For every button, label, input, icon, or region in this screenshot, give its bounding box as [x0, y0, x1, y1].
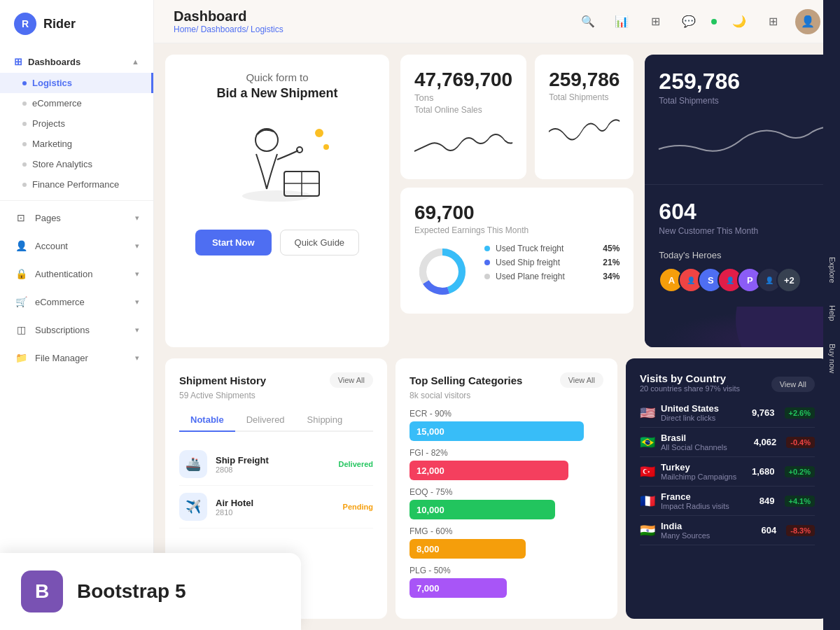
dot-icon — [22, 142, 27, 146]
country-flag: 🇫🇷 — [640, 493, 655, 509]
country-change: -0.4% — [786, 437, 815, 448]
filemanager-icon: 📁 — [14, 351, 28, 365]
country-visits: 1,680 — [752, 466, 775, 477]
sidebar-item-subscriptions[interactable]: ◫ Subscriptions ▾ — [0, 316, 153, 344]
heroes-label: Today's Heroes — [659, 250, 834, 260]
chart-icon[interactable]: 📊 — [610, 10, 633, 33]
search-icon[interactable]: 🔍 — [577, 10, 599, 33]
logo-name: Rider — [43, 17, 76, 31]
country-sub: Impact Radius visits — [661, 502, 754, 510]
category-bar: 10,000 — [410, 500, 555, 519]
svg-point-7 — [323, 144, 329, 150]
hero-avatar-more: +2 — [776, 267, 802, 293]
breadcrumb: Home/ Dashboards/ Logistics — [174, 24, 284, 34]
tab-notable[interactable]: Notable — [179, 409, 235, 432]
right-shipments-number: 259,786 — [659, 69, 834, 94]
country-change: +2.6% — [785, 407, 816, 419]
tab-shipping[interactable]: Shipping — [296, 409, 354, 432]
customers-stat: 604 New Customer This Month — [645, 185, 840, 250]
ship-id-1: 2808 — [216, 465, 330, 474]
top-selling-subtitle: 8k social visitors — [410, 391, 603, 400]
ship-name-2: Air Hotel — [216, 498, 335, 508]
top-selling-title: Top Selling Categories — [410, 374, 522, 386]
earnings-card: 69,700 Expected Earnings This Month — [400, 188, 634, 314]
ship-status-1: Delivered — [338, 460, 373, 468]
side-tab-buynow[interactable]: Buy now — [824, 332, 839, 384]
sidebar-item-finance-performance[interactable]: Finance Performance — [0, 174, 153, 195]
dot-icon — [22, 122, 27, 126]
category-row: ECR - 90% 15,000 — [410, 409, 603, 441]
category-label: FGI - 82% — [410, 448, 603, 458]
sidebar-item-filemanager[interactable]: 📁 File Manager ▾ — [0, 344, 153, 372]
country-row: 🇮🇳 India Many Sources 604 -8.3% — [640, 516, 815, 545]
visits-subtitle: 20 countries share 97% visits — [640, 384, 740, 393]
country-visits: 849 — [760, 496, 775, 506]
logo[interactable]: R Rider — [0, 0, 153, 48]
ship-freight-icon: 🚢 — [179, 450, 207, 478]
country-sub: Mailchimp Campaigns — [661, 472, 746, 481]
chevron-down-icon: ▾ — [135, 354, 139, 363]
sidebar-item-pages[interactable]: ⊡ Pages ▾ — [0, 204, 153, 232]
sidebar-item-account[interactable]: 👤 Account ▾ — [0, 232, 153, 260]
grid-icon[interactable]: ⊞ — [644, 10, 666, 33]
sidebar-item-logistics[interactable]: Logistics — [0, 73, 153, 93]
shipment-form-card: Quick form to Bid a New Shipment — [165, 55, 389, 347]
stats-panel: 47,769,700 Tons Total Online Sales 259,7… — [389, 43, 645, 358]
quick-guide-button[interactable]: Quick Guide — [280, 230, 360, 255]
shipment-tabs: Notable Delivered Shipping — [179, 409, 373, 432]
visits-view-all[interactable]: View All — [771, 377, 815, 392]
chat-icon[interactable]: 💬 — [678, 10, 700, 33]
account-icon: 👤 — [14, 239, 28, 253]
country-visits: 4,062 — [754, 437, 777, 447]
plane-dot — [484, 274, 490, 279]
side-tab-explore[interactable]: Explore — [824, 246, 839, 294]
shipments-sparkline — [549, 111, 620, 153]
total-shipments-card: 259,786 Total Shipments — [535, 55, 634, 179]
country-change: +0.2% — [785, 466, 816, 477]
apps-icon[interactable]: ⊞ — [762, 10, 784, 33]
ecommerce-icon: 🛒 — [14, 295, 28, 309]
shipment-history-title: Shipment History — [179, 374, 266, 386]
main-content: Dashboard Home/ Dashboards/ Logistics 🔍 … — [154, 0, 840, 630]
country-name: United States — [661, 403, 746, 414]
dashboard-icon: ⊞ — [14, 56, 22, 67]
svg-point-2 — [297, 147, 302, 153]
user-avatar[interactable]: 👤 — [795, 9, 820, 34]
country-sub: All Social Channels — [661, 443, 748, 451]
top-selling-view-all[interactable]: View All — [560, 372, 603, 388]
customers-label: New Customer This Month — [659, 226, 834, 236]
dashboards-header[interactable]: ⊞ Dashboards ▲ — [0, 50, 153, 73]
tab-delivered[interactable]: Delivered — [235, 409, 296, 432]
country-change: -8.3% — [786, 525, 815, 536]
sidebar-item-projects[interactable]: Projects — [0, 113, 153, 134]
sidebar-item-ecommerce-top[interactable]: 🛒 eCommerce ▾ — [0, 288, 153, 316]
side-tab-help[interactable]: Help — [824, 294, 839, 332]
freight-ship: Used Ship freight 21% — [484, 258, 620, 267]
moon-icon[interactable]: 🌙 — [728, 10, 750, 33]
sidebar-item-ecommerce[interactable]: eCommerce — [0, 93, 153, 113]
total-sales-card: 47,769,700 Tons Total Online Sales — [400, 55, 526, 179]
categories-list: ECR - 90% 15,000 FGI - 82% 12,000 EOQ - … — [410, 409, 603, 598]
sidebar-item-authentication[interactable]: 🔒 Authentication ▾ — [0, 260, 153, 288]
customers-number: 604 — [659, 199, 834, 225]
country-flag: 🇹🇷 — [640, 464, 655, 479]
countries-list: 🇺🇸 United States Direct link clicks 9,76… — [640, 398, 815, 545]
country-flag: 🇧🇷 — [640, 435, 655, 450]
form-title: Quick form to — [246, 71, 308, 83]
shipment-history-view-all[interactable]: View All — [330, 372, 373, 388]
sidebar-item-marketing[interactable]: Marketing — [0, 134, 153, 154]
form-subtitle: Bid a New Shipment — [216, 86, 337, 101]
top-selling-card: Top Selling Categories View All 8k socia… — [396, 358, 617, 619]
total-sales-label: Total Online Sales — [414, 105, 512, 115]
chevron-down-icon: ▾ — [135, 326, 139, 335]
country-name: India — [661, 521, 756, 531]
category-value: 12,000 — [416, 465, 444, 476]
chevron-down-icon: ▾ — [135, 214, 139, 223]
sidebar-item-store-analytics[interactable]: Store Analytics — [0, 154, 153, 174]
start-now-button[interactable]: Start Now — [195, 230, 272, 255]
country-flag: 🇮🇳 — [640, 523, 655, 538]
total-shipments-label: Total Shipments — [549, 92, 620, 102]
right-dark-bg — [645, 307, 840, 347]
earnings-label: Expected Earnings This Month — [414, 225, 620, 235]
content-area: Quick form to Bid a New Shipment — [154, 43, 840, 630]
